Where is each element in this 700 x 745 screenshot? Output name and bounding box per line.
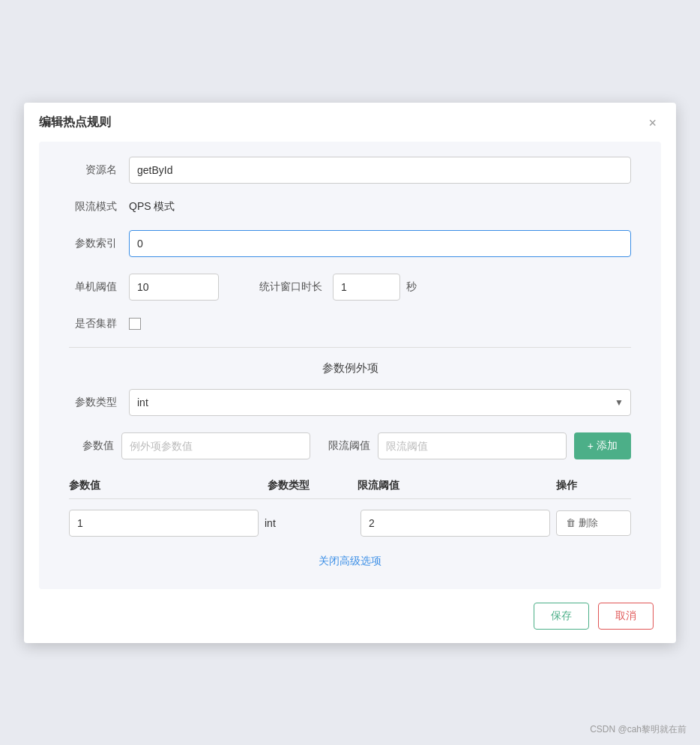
param-value-threshold-row: 参数值 限流阈值 + 添加: [69, 432, 631, 459]
edit-hotspot-dialog: 编辑热点规则 × 资源名 限流模式 QPS 模式 参数索引 单机阈值: [24, 103, 676, 643]
param-type-row: 参数类型 int long double float String boolea…: [69, 389, 631, 416]
dialog-title: 编辑热点规则: [39, 115, 111, 130]
threshold-input[interactable]: [129, 274, 219, 301]
add-button[interactable]: + 添加: [574, 432, 631, 459]
row-limit-threshold-input[interactable]: [360, 510, 550, 537]
threshold-label: 单机阈值: [69, 280, 129, 294]
window-label: 统计窗口时长: [249, 280, 333, 294]
close-button[interactable]: ×: [644, 115, 661, 131]
limit-threshold-label: 限流阈值: [318, 439, 370, 453]
source-name-input[interactable]: [129, 157, 631, 184]
limit-mode-row: 限流模式 QPS 模式: [69, 200, 631, 214]
dialog-body: 资源名 限流模式 QPS 模式 参数索引 单机阈值 统计窗口时长 秒: [39, 142, 661, 589]
add-label: 添加: [597, 439, 618, 453]
param-type-label: 参数类型: [69, 396, 129, 409]
dialog-footer: 保存 取消: [24, 589, 676, 643]
trash-icon: 🗑: [566, 517, 576, 528]
limit-mode-label: 限流模式: [69, 200, 129, 214]
section-title: 参数例外项: [69, 361, 631, 375]
table-row: int 🗑 删除: [69, 504, 631, 543]
param-type-select-wrapper: int long double float String boolean ▼: [129, 389, 631, 416]
cancel-button[interactable]: 取消: [598, 603, 654, 630]
table-header: 参数值 参数类型 限流阈值 操作: [69, 471, 631, 499]
close-advanced-link[interactable]: 关闭高级选项: [69, 555, 631, 568]
limit-mode-value: QPS 模式: [129, 200, 175, 214]
delete-label: 删除: [579, 516, 598, 530]
row-param-type: int: [265, 517, 354, 529]
cluster-checkbox[interactable]: [129, 318, 141, 330]
dialog-header: 编辑热点规则 ×: [24, 103, 676, 142]
watermark: CSDN @cah黎明就在前: [590, 723, 687, 736]
save-button[interactable]: 保存: [534, 603, 589, 630]
source-name-label: 资源名: [69, 163, 129, 177]
window-unit: 秒: [400, 280, 423, 294]
param-value-label: 参数值: [69, 439, 114, 453]
cluster-row: 是否集群: [69, 317, 631, 331]
delete-button[interactable]: 🗑 删除: [556, 510, 631, 536]
param-index-input[interactable]: [129, 230, 631, 257]
col-param-value: 参数值: [69, 479, 268, 492]
row-param-value-input[interactable]: [69, 510, 259, 537]
param-index-row: 参数索引: [69, 230, 631, 257]
col-limit-threshold: 限流阈值: [357, 479, 556, 492]
plus-icon: +: [588, 440, 594, 452]
param-value-input[interactable]: [121, 432, 310, 459]
divider: [69, 347, 631, 348]
window-input[interactable]: [333, 274, 400, 301]
col-param-type: 参数类型: [268, 479, 357, 492]
cluster-label: 是否集群: [69, 317, 129, 331]
col-action: 操作: [556, 479, 631, 492]
dialog-overlay: 编辑热点规则 × 资源名 限流模式 QPS 模式 参数索引 单机阈值: [0, 0, 700, 745]
param-type-select[interactable]: int long double float String boolean: [129, 389, 631, 416]
threshold-window-row: 单机阈值 统计窗口时长 秒: [69, 274, 631, 301]
limit-threshold-input[interactable]: [378, 432, 567, 459]
source-name-row: 资源名: [69, 157, 631, 184]
param-index-label: 参数索引: [69, 237, 129, 250]
